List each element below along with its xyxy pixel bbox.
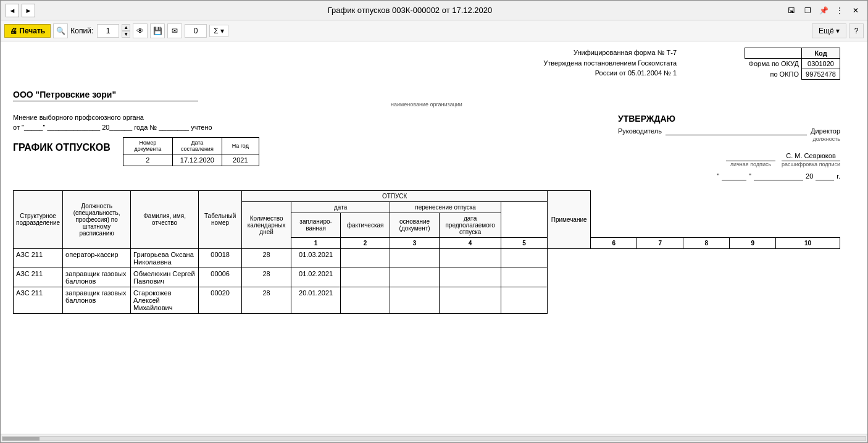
approval-section: УТВЕРЖДАЮ Руководитель Директор должност… bbox=[606, 114, 840, 180]
cell-division-2: АЗС 211 bbox=[14, 287, 63, 313]
eshche-button[interactable]: Ещё ▾ bbox=[812, 23, 846, 38]
h-scroll-track[interactable] bbox=[2, 436, 866, 441]
nav-forward-button[interactable]: ► bbox=[22, 4, 35, 17]
col-actual-header: фактическая bbox=[341, 213, 390, 237]
date-g: г. bbox=[837, 172, 840, 180]
position-label: должность bbox=[812, 136, 840, 142]
kopii-input[interactable] bbox=[97, 24, 119, 38]
title-bar: ◄ ► График отпусков 003К-000002 от 17.12… bbox=[1, 1, 867, 20]
sig-label: личная подпись bbox=[726, 161, 775, 167]
okud-value: 0301020 bbox=[802, 59, 840, 69]
sig-line bbox=[726, 152, 775, 161]
sig-decode-label: расшифровка подписи bbox=[782, 161, 840, 167]
title-and-docnum: ГРАФИК ОТПУСКОВ Номер документа Дата сос… bbox=[13, 137, 606, 166]
cell-basis-1 bbox=[390, 268, 440, 287]
org-name: ООО "Петровские зори" bbox=[13, 90, 198, 101]
help-button[interactable]: ? bbox=[849, 23, 864, 38]
col-num-3: 3 bbox=[390, 237, 440, 248]
cell-basis-2 bbox=[390, 287, 440, 313]
pin-icon-btn[interactable]: 📌 bbox=[817, 4, 830, 17]
col-num-2: 2 bbox=[341, 237, 390, 248]
doc-date-value: 17.12.2020 bbox=[172, 154, 222, 166]
col-tabnum-header: Табельный номер bbox=[199, 190, 242, 248]
spin-up-button[interactable]: ▲ bbox=[122, 24, 130, 31]
nav-buttons: ◄ ► bbox=[6, 4, 35, 17]
horizontal-scrollbar[interactable] bbox=[1, 434, 867, 442]
schedule-table: Структурное подразделение Должность (спе… bbox=[13, 190, 840, 314]
cell-tabnum-1: 00006 bbox=[199, 268, 242, 287]
date-blank2 bbox=[754, 172, 803, 180]
spin-down-button[interactable]: ▼ bbox=[122, 31, 130, 38]
cell-planned-0: 01.03.2021 bbox=[291, 248, 341, 268]
cell-name-2: Старокожев Алексей Михайлович bbox=[131, 287, 199, 313]
doc-num-header: Номер документа bbox=[123, 137, 172, 154]
h-scroll-thumb[interactable] bbox=[2, 437, 40, 441]
okpo-label: по ОКПО bbox=[745, 69, 802, 80]
cell-note-1 bbox=[501, 268, 548, 287]
cell-note-2 bbox=[501, 287, 548, 313]
cell-planned-2: 20.01.2021 bbox=[291, 287, 341, 313]
window-title: График отпусков 003К-000002 от 17.12.202… bbox=[40, 6, 780, 15]
floppy-icon-btn[interactable]: 💾 bbox=[150, 23, 165, 38]
cell-days-2: 28 bbox=[242, 287, 291, 313]
toolbar-right: Ещё ▾ ? bbox=[812, 23, 864, 38]
left-section: Мнение выборного профсоюзного органа от … bbox=[13, 114, 606, 166]
head-label: Руководитель bbox=[618, 127, 662, 135]
close-button[interactable]: ✕ bbox=[849, 4, 862, 17]
copy-icon-btn[interactable]: ❐ bbox=[801, 4, 814, 17]
date-year-blank bbox=[816, 172, 834, 180]
page-num-input[interactable] bbox=[185, 24, 207, 38]
search-icon-btn[interactable]: 🔍 bbox=[53, 23, 68, 38]
form-codes-table: Код Форма по ОКУД 0301020 по ОКПО 997524… bbox=[745, 48, 840, 80]
position-value: Директор bbox=[811, 127, 840, 135]
col-name-header: Фамилия, имя, отчество bbox=[131, 190, 199, 248]
doc-year-value: 2021 bbox=[222, 154, 259, 166]
main-window: ◄ ► График отпусков 003К-000002 от 17.12… bbox=[0, 0, 868, 443]
header-text: Унифицированная форма № Т-7 Утверждена п… bbox=[543, 48, 677, 78]
email-icon-btn[interactable]: ✉ bbox=[167, 23, 182, 38]
table-row: АЗС 211 оператор-кассир Григорьева Оксан… bbox=[14, 248, 840, 268]
content-area[interactable]: Код Форма по ОКУД 0301020 по ОКПО 997524… bbox=[1, 41, 867, 434]
preview-icon-btn[interactable]: 👁 bbox=[133, 23, 148, 38]
union-text: Мнение выборного профсоюзного органа bbox=[13, 114, 606, 121]
form-type-text: Унифицированная форма № Т-7 bbox=[543, 48, 677, 58]
cell-days-1: 28 bbox=[242, 268, 291, 287]
col-num-7: 7 bbox=[637, 237, 683, 248]
toolbar: 🖨 Печать 🔍 Копий: ▲ ▼ 👁 💾 ✉ Σ ▾ Ещё ▾ ? bbox=[1, 20, 867, 41]
signature-row: личная подпись С. М. Севрюков расшифровк… bbox=[618, 152, 840, 167]
doc-date-header: Дата составления bbox=[172, 137, 222, 154]
cell-division-1: АЗС 211 bbox=[14, 268, 63, 287]
document-content: Код Форма по ОКУД 0301020 по ОКПО 997524… bbox=[13, 48, 840, 314]
print-button[interactable]: 🖨 Печать bbox=[4, 24, 51, 38]
cell-tabnum-0: 00018 bbox=[199, 248, 242, 268]
doc-num-value: 2 bbox=[123, 154, 172, 166]
col-note-header: Примечание bbox=[548, 190, 591, 248]
cell-position-1: заправщик газовых баллонов bbox=[63, 268, 131, 287]
save-icon-btn[interactable]: 🖫 bbox=[785, 4, 798, 17]
col-vacation-header: ОТПУСК bbox=[242, 190, 548, 201]
kopii-label: Копий: bbox=[70, 27, 93, 35]
sig-value: С. М. Севрюков bbox=[782, 152, 840, 161]
sigma-button[interactable]: Σ ▾ bbox=[209, 25, 228, 37]
cell-transfer-2 bbox=[440, 287, 501, 313]
cell-planned-1: 01.02.2021 bbox=[291, 268, 341, 287]
russia-date-text: России от 05.01.2004 № 1 bbox=[543, 68, 677, 78]
okud-label: Форма по ОКУД bbox=[745, 59, 802, 69]
table-row: АЗС 211 заправщик газовых баллонов Обмел… bbox=[14, 268, 840, 287]
org-label: наименование организации bbox=[13, 101, 840, 108]
date-quote1: " bbox=[717, 172, 719, 180]
menu-dots-btn[interactable]: ⋮ bbox=[833, 4, 846, 17]
sig-block: личная подпись bbox=[726, 152, 775, 167]
table-body: АЗС 211 оператор-кассир Григорьева Оксан… bbox=[14, 248, 840, 313]
date-blank1 bbox=[722, 172, 746, 180]
nav-back-button[interactable]: ◄ bbox=[6, 4, 19, 17]
col-num-6: 6 bbox=[591, 237, 637, 248]
col-num-1: 1 bbox=[291, 237, 341, 248]
cell-position-0: оператор-кассир bbox=[63, 248, 131, 268]
approval-title: УТВЕРЖДАЮ bbox=[618, 114, 840, 124]
cell-transfer-0 bbox=[440, 248, 501, 268]
col-basis-header: основание (документ) bbox=[390, 213, 440, 237]
date-20: 20 bbox=[806, 172, 813, 180]
cell-position-2: заправщик газовых баллонов bbox=[63, 287, 131, 313]
cell-name-0: Григорьева Оксана Николаевна bbox=[131, 248, 199, 268]
